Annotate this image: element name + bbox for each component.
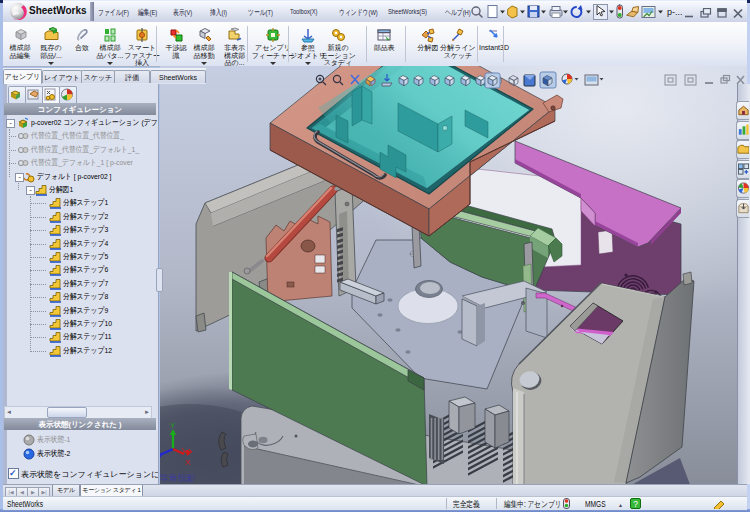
svg-text:?: ? xyxy=(633,499,638,509)
svg-text:p-...: p-... xyxy=(667,7,683,17)
svg-text:*等角投影: *等角投影 xyxy=(160,473,196,483)
svg-text:X: X xyxy=(185,458,191,467)
svg-text:Y: Y xyxy=(170,421,176,430)
